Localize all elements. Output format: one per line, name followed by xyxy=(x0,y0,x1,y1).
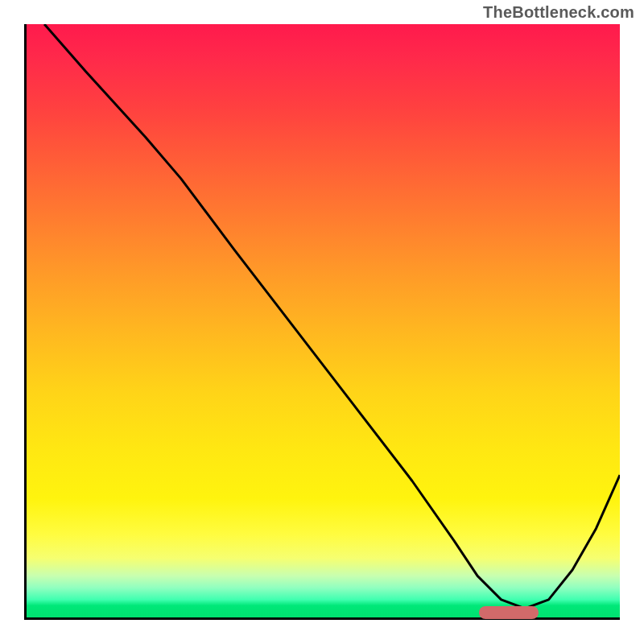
bottleneck-curve-path xyxy=(44,24,620,609)
plot-area xyxy=(24,24,620,620)
watermark-text: TheBottleneck.com xyxy=(483,3,634,22)
curve-svg xyxy=(27,24,620,617)
optimal-range-marker xyxy=(479,606,539,619)
